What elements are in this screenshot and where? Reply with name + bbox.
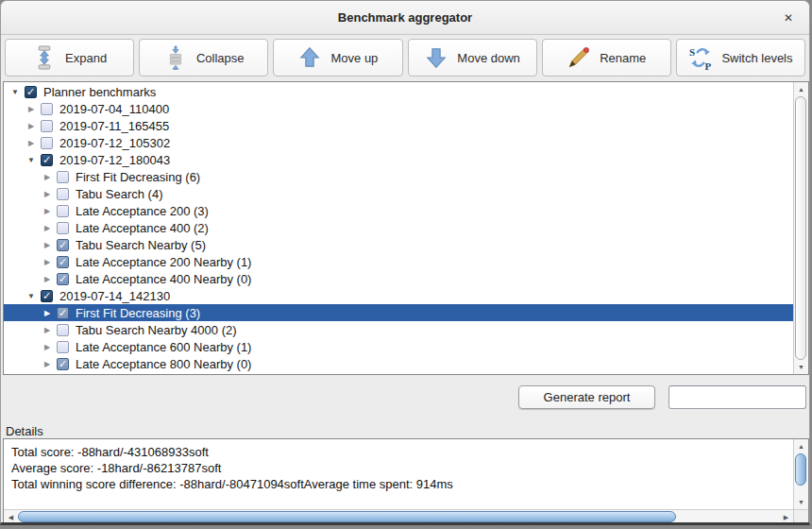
checkbox[interactable]: ✓ (41, 290, 53, 302)
tree-item-label: Late Acceptance 200 (3) (76, 204, 209, 218)
scroll-up-icon[interactable]: ▲ (794, 82, 808, 96)
tree-item-label: Late Acceptance 800 Nearby (0) (76, 357, 251, 371)
tree-row[interactable]: ▶ ✓ Tabu Search Nearby (5) (4, 236, 794, 253)
disclosure-triangle-icon[interactable]: ▶ (42, 258, 53, 266)
disclosure-triangle-icon[interactable]: ▼ (9, 88, 21, 96)
tree-item-label: 2019-07-04_110400 (59, 102, 169, 116)
details-horizontal-scrollbar[interactable]: ◀ ▶ (4, 509, 794, 524)
tree-row[interactable]: ▶ ✓ Late Acceptance 400 Nearby (0) (4, 270, 794, 287)
checkbox[interactable] (57, 324, 69, 336)
tree-row[interactable]: ▶ 2019-07-04_110400 (4, 100, 794, 117)
disclosure-triangle-icon[interactable]: ▶ (42, 309, 53, 317)
disclosure-triangle-icon[interactable]: ▼ (25, 292, 37, 300)
scroll-down-icon[interactable]: ▼ (794, 360, 808, 374)
checkbox[interactable] (57, 205, 69, 217)
details-hscroll-thumb[interactable] (18, 511, 676, 522)
tree-row[interactable]: ▶ ✓ Late Acceptance 800 Nearby (0) (4, 355, 794, 372)
scroll-up-icon[interactable]: ▲ (794, 439, 808, 453)
disclosure-triangle-icon[interactable]: ▶ (25, 139, 37, 147)
svg-text:S: S (689, 46, 695, 58)
switch-levels-button[interactable]: S P Switch levels (676, 39, 805, 77)
move-up-button-label: Move up (330, 51, 378, 65)
generate-report-button[interactable]: Generate report (518, 385, 655, 409)
move-up-icon (297, 45, 322, 70)
tree-row[interactable]: ▶ Late Acceptance 600 Nearby (1) (4, 338, 794, 355)
expand-icon (32, 45, 57, 70)
checkbox[interactable] (57, 188, 69, 200)
tree-row[interactable]: ▶ ✓ Late Acceptance 200 Nearby (1) (4, 253, 794, 270)
disclosure-triangle-icon[interactable]: ▶ (42, 207, 53, 215)
disclosure-triangle-icon[interactable]: ▶ (42, 224, 53, 232)
details-text-area[interactable]: Total score: -88hard/-431068933soft Aver… (11, 444, 786, 492)
move-up-button[interactable]: Move up (273, 39, 402, 77)
tree-item-label: 2019-07-12_180043 (59, 153, 170, 167)
close-icon[interactable]: ✕ (781, 10, 796, 26)
collapse-icon (163, 45, 188, 70)
details-vscroll-thumb[interactable] (795, 453, 806, 486)
expand-button[interactable]: Expand (5, 39, 134, 77)
tree-item-label: Late Acceptance 400 (2) (76, 221, 209, 235)
tree-item-label: 2019-07-11_165455 (59, 119, 169, 133)
rename-icon (567, 45, 591, 70)
tree-item-label: Tabu Search Nearby 4000 (2) (76, 323, 237, 337)
scroll-right-icon[interactable]: ▶ (779, 510, 793, 524)
checkbox[interactable]: ✓ (57, 358, 69, 370)
tree-row[interactable]: ▶ First Fit Decreasing (6) (4, 168, 794, 185)
checkbox[interactable] (41, 103, 53, 115)
checkbox[interactable]: ✓ (41, 154, 53, 166)
disclosure-triangle-icon[interactable]: ▶ (42, 360, 53, 368)
scroll-down-icon[interactable]: ▼ (794, 495, 808, 509)
tree-scrollbar-thumb[interactable] (795, 96, 806, 360)
disclosure-triangle-icon[interactable]: ▶ (25, 105, 37, 113)
tree-item-label: Late Acceptance 600 Nearby (1) (76, 340, 251, 354)
tree-row[interactable]: ▶ Tabu Search Nearby 4000 (2) (4, 321, 794, 338)
disclosure-triangle-icon[interactable]: ▶ (42, 190, 53, 198)
tree-row[interactable]: ▶ Late Acceptance 400 (2) (4, 219, 794, 236)
report-name-input[interactable] (668, 385, 806, 409)
tree-row[interactable]: ▶ 2019-07-11_165455 (4, 117, 794, 134)
tree-item-label: Tabu Search (4) (76, 187, 163, 201)
checkbox[interactable]: ✓ (57, 256, 69, 268)
disclosure-triangle-icon[interactable]: ▶ (42, 326, 53, 334)
move-down-button-label: Move down (457, 51, 519, 65)
scroll-left-icon[interactable]: ◀ (4, 510, 18, 524)
checkbox[interactable]: ✓ (57, 239, 69, 251)
checkbox[interactable]: ✓ (25, 86, 37, 98)
disclosure-triangle-icon[interactable]: ▶ (42, 343, 53, 351)
disclosure-triangle-icon[interactable]: ▶ (42, 275, 53, 283)
checkbox[interactable] (41, 120, 53, 132)
tree-row[interactable]: ▶ Late Acceptance 200 (3) (4, 202, 794, 219)
tree-vertical-scrollbar[interactable]: ▲ ▼ (793, 82, 808, 374)
tree-row[interactable]: ▼ ✓ Planner benchmarks (4, 83, 794, 100)
benchmark-tree-panel: ▼ ✓ Planner benchmarks ▶ 2019-07-04_1104… (3, 81, 809, 375)
tree: ▼ ✓ Planner benchmarks ▶ 2019-07-04_1104… (4, 83, 794, 372)
disclosure-triangle-icon[interactable]: ▶ (42, 173, 53, 181)
checkbox[interactable] (57, 341, 69, 353)
tree-row[interactable]: ▼ ✓ 2019-07-14_142130 (4, 287, 794, 304)
move-down-button[interactable]: Move down (408, 39, 537, 77)
window-title: Benchmark aggregator (338, 10, 472, 25)
disclosure-triangle-icon[interactable]: ▶ (25, 122, 37, 130)
disclosure-triangle-icon[interactable]: ▼ (25, 156, 37, 164)
details-panel: Total score: -88hard/-431068933soft Aver… (3, 438, 809, 525)
checkbox[interactable] (57, 171, 69, 183)
rename-button[interactable]: Rename (542, 39, 671, 77)
collapse-button[interactable]: Collapse (139, 39, 268, 77)
tree-item-label: 2019-07-12_105302 (59, 136, 170, 150)
toolbar: Expand Collapse Move up (1, 37, 809, 78)
svg-text:P: P (705, 60, 712, 71)
disclosure-triangle-icon[interactable]: ▶ (42, 241, 53, 249)
title-bar: Benchmark aggregator ✕ (1, 1, 809, 35)
checkbox[interactable] (41, 137, 53, 149)
checkbox[interactable]: ✓ (57, 307, 69, 319)
details-vertical-scrollbar[interactable]: ▲ ▼ (793, 439, 808, 509)
tree-row[interactable]: ▼ ✓ 2019-07-12_180043 (4, 151, 794, 168)
tree-row[interactable]: ▶ ✓ First Fit Decreasing (3) (4, 304, 794, 321)
collapse-button-label: Collapse (196, 51, 245, 65)
tree-item-label: Tabu Search Nearby (5) (76, 238, 206, 252)
tree-row[interactable]: ▶ 2019-07-12_105302 (4, 134, 794, 151)
winning-score-line: Total winning score difference: -88hard/… (11, 476, 786, 492)
tree-row[interactable]: ▶ Tabu Search (4) (4, 185, 794, 202)
checkbox[interactable] (57, 222, 69, 234)
checkbox[interactable]: ✓ (57, 273, 69, 285)
